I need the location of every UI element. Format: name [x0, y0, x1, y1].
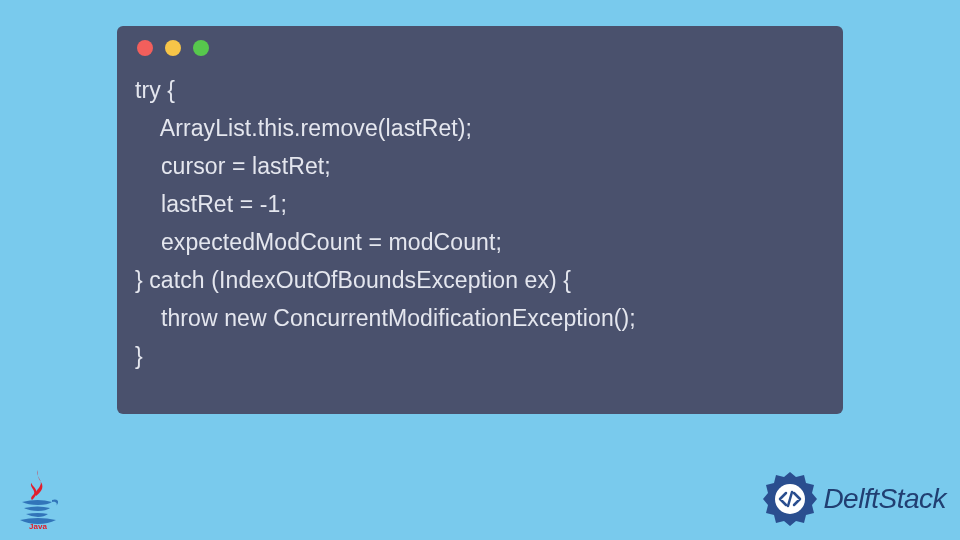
minimize-icon: [165, 40, 181, 56]
close-icon: [137, 40, 153, 56]
code-line: }: [135, 343, 143, 369]
delftstack-logo: DelftStack: [761, 470, 946, 528]
window-controls: [137, 40, 825, 56]
code-window: try { ArrayList.this.remove(lastRet); cu…: [117, 26, 843, 414]
code-block: try { ArrayList.this.remove(lastRet); cu…: [135, 72, 825, 376]
delftstack-label: DelftStack: [823, 483, 946, 515]
code-line: expectedModCount = modCount;: [135, 229, 502, 255]
code-line: throw new ConcurrentModificationExceptio…: [135, 305, 636, 331]
code-line: cursor = lastRet;: [135, 153, 331, 179]
code-line: lastRet = -1;: [135, 191, 287, 217]
code-line: try {: [135, 77, 175, 103]
maximize-icon: [193, 40, 209, 56]
delftstack-badge-icon: [761, 470, 819, 528]
code-line: } catch (IndexOutOfBoundsException ex) {: [135, 267, 571, 293]
java-logo-icon: Java: [14, 468, 62, 530]
code-line: ArrayList.this.remove(lastRet);: [135, 115, 472, 141]
svg-text:Java: Java: [29, 522, 47, 530]
